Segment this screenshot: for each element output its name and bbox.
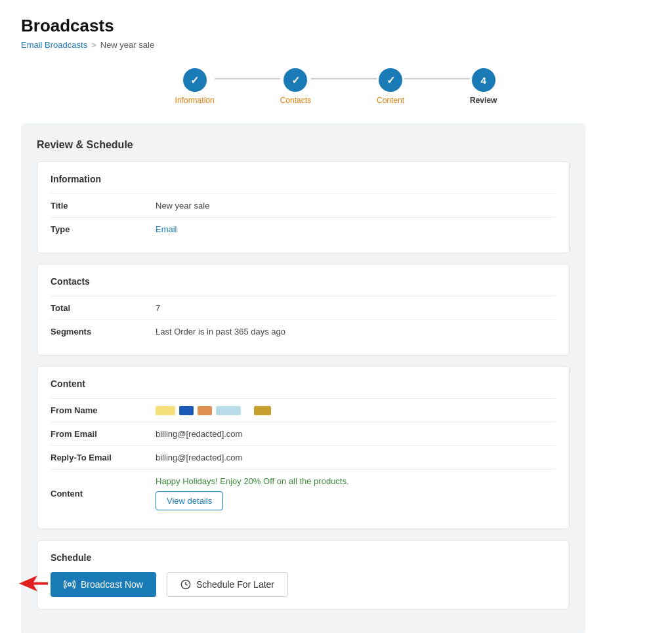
- segments-value: Last Order is in past 365 days ago: [156, 327, 285, 337]
- name-block-1: [156, 406, 175, 415]
- name-block-gap: [245, 406, 250, 415]
- svg-marker-0: [19, 576, 48, 592]
- step-circle-review: 4: [472, 68, 495, 92]
- content-heading: Content: [51, 378, 556, 389]
- content-text: Happy Holidays! Enjoy 20% Off on all the…: [156, 476, 349, 486]
- contacts-section: Contacts Total 7 Segments Last Order is …: [37, 264, 570, 356]
- step-review: 4 Review: [470, 68, 497, 105]
- schedule-heading: Schedule: [51, 552, 556, 563]
- breadcrumb-email-broadcasts[interactable]: Email Broadcasts: [21, 40, 87, 50]
- step-connector-1: [215, 78, 280, 79]
- breadcrumb: Email Broadcasts > New year sale: [21, 40, 651, 50]
- information-heading: Information: [51, 174, 556, 184]
- breadcrumb-current-page: New year sale: [100, 40, 154, 50]
- step-content: ✓ Content: [377, 68, 404, 105]
- content-section: Content From Name From Email billing@[re…: [37, 366, 570, 529]
- segments-label: Segments: [51, 327, 156, 337]
- info-row-from-email: From Email billing@[redacted].com: [51, 422, 556, 445]
- stepper: ✓ Information ✓ Contacts ✓ Content 4 Rev…: [21, 68, 651, 105]
- from-name-label: From Name: [51, 405, 156, 415]
- step-label-information: Information: [175, 96, 215, 105]
- red-arrow-broadcast: [19, 576, 48, 594]
- step-circle-contacts: ✓: [284, 68, 307, 92]
- schedule-later-label: Schedule For Later: [196, 579, 274, 590]
- from-email-value: billing@[redacted].com: [156, 429, 242, 439]
- step-circle-content: ✓: [379, 68, 402, 92]
- name-block-2: [179, 406, 194, 415]
- card-title: Review & Schedule: [37, 139, 570, 151]
- contacts-heading: Contacts: [51, 276, 556, 287]
- step-label-content: Content: [377, 96, 404, 105]
- type-value: Email: [156, 224, 177, 234]
- title-label: Title: [51, 201, 156, 211]
- info-row-type: Type Email: [51, 217, 556, 241]
- info-row-segments: Segments Last Order is in past 365 days …: [51, 319, 556, 343]
- info-row-from-name: From Name: [51, 398, 556, 422]
- type-label: Type: [51, 224, 156, 234]
- name-block-5: [254, 406, 271, 415]
- name-block-3: [198, 406, 212, 415]
- step-connector-3: [404, 78, 470, 79]
- step-information: ✓ Information: [175, 68, 215, 105]
- info-row-title: Title New year sale: [51, 194, 556, 217]
- clock-icon: [180, 579, 191, 590]
- schedule-section: Schedule Broadcast Now: [37, 540, 570, 609]
- schedule-for-later-button[interactable]: Schedule For Later: [167, 572, 288, 597]
- reply-to-label: Reply-To Email: [51, 453, 156, 462]
- name-block-4: [216, 406, 241, 415]
- page-title: Broadcasts: [21, 16, 651, 36]
- info-row-content: Content Happy Holidays! Enjoy 20% Off on…: [51, 469, 556, 517]
- content-field-value: Happy Holidays! Enjoy 20% Off on all the…: [156, 476, 349, 510]
- step-connector-2: [311, 78, 377, 79]
- svg-point-1: [68, 583, 72, 586]
- step-circle-information: ✓: [183, 68, 207, 92]
- info-row-reply-to: Reply-To Email billing@[redacted].com: [51, 445, 556, 469]
- broadcast-now-button[interactable]: Broadcast Now: [51, 572, 156, 597]
- title-value: New year sale: [156, 201, 209, 211]
- breadcrumb-separator: >: [91, 40, 96, 50]
- step-contacts: ✓ Contacts: [280, 68, 311, 105]
- broadcast-now-label: Broadcast Now: [81, 579, 143, 590]
- from-name-blocks: [156, 406, 271, 415]
- total-label: Total: [51, 303, 156, 313]
- from-email-label: From Email: [51, 429, 156, 439]
- content-field-label: Content: [51, 489, 156, 499]
- info-row-total: Total 7: [51, 296, 556, 319]
- reply-to-value: billing@[redacted].com: [156, 453, 242, 462]
- schedule-buttons: Broadcast Now Schedule For Later: [51, 572, 556, 597]
- step-label-review: Review: [470, 96, 497, 105]
- view-details-button[interactable]: View details: [156, 491, 223, 510]
- broadcast-icon: [64, 579, 75, 590]
- step-label-contacts: Contacts: [280, 96, 311, 105]
- total-value: 7: [156, 303, 160, 313]
- information-section: Information Title New year sale Type Ema…: [37, 161, 570, 253]
- main-card: Review & Schedule Information Title New …: [21, 123, 585, 633]
